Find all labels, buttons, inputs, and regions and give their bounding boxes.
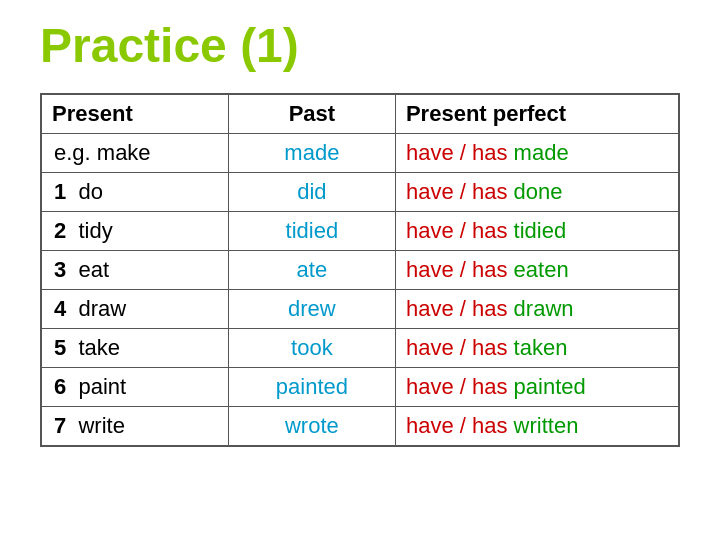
perfect-word: tidied <box>514 218 567 243</box>
perfect-cell: have / has eaten <box>395 251 679 290</box>
present-cell: 2 tidy <box>41 212 228 251</box>
have-has-text: have / has <box>406 179 508 204</box>
perfect-cell: have / has made <box>395 134 679 173</box>
perfect-word: done <box>514 179 563 204</box>
row-number: 7 <box>54 413 66 438</box>
past-cell: ate <box>228 251 395 290</box>
past-cell: drew <box>228 290 395 329</box>
perfect-word: drawn <box>514 296 574 321</box>
present-cell: 3 eat <box>41 251 228 290</box>
row-number: 1 <box>54 179 66 204</box>
past-cell: tidied <box>228 212 395 251</box>
present-word: do <box>78 179 102 204</box>
table-row: 3 eatatehave / has eaten <box>41 251 679 290</box>
perfect-word: written <box>514 413 579 438</box>
past-cell: did <box>228 173 395 212</box>
present-cell: 5 take <box>41 329 228 368</box>
present-word: paint <box>78 374 126 399</box>
row-number: 6 <box>54 374 66 399</box>
table-container: Present Past Present perfect e.g. makema… <box>0 83 720 457</box>
perfect-cell: have / has tidied <box>395 212 679 251</box>
header-present: Present <box>41 94 228 134</box>
present-word: write <box>78 413 124 438</box>
table-row: 6 paintpaintedhave / has painted <box>41 368 679 407</box>
perfect-cell: have / has painted <box>395 368 679 407</box>
present-cell: 1 do <box>41 173 228 212</box>
perfect-cell: have / has drawn <box>395 290 679 329</box>
table-row: 4 drawdrewhave / has drawn <box>41 290 679 329</box>
have-has-text: have / has <box>406 257 508 282</box>
present-word: eat <box>78 257 109 282</box>
page-title: Practice (1) <box>0 0 720 83</box>
have-has-text: have / has <box>406 296 508 321</box>
present-word: take <box>78 335 120 360</box>
row-number: 5 <box>54 335 66 360</box>
perfect-word: painted <box>514 374 586 399</box>
have-has-text: have / has <box>406 413 508 438</box>
row-number: 4 <box>54 296 66 321</box>
past-cell: took <box>228 329 395 368</box>
have-has-text: have / has <box>406 218 508 243</box>
present-word: draw <box>78 296 126 321</box>
present-word: e.g. make <box>54 140 151 165</box>
present-cell: e.g. make <box>41 134 228 173</box>
table-row: e.g. makemadehave / has made <box>41 134 679 173</box>
table-row: 7 writewrotehave / has written <box>41 407 679 447</box>
perfect-cell: have / has done <box>395 173 679 212</box>
table-header-row: Present Past Present perfect <box>41 94 679 134</box>
header-past: Past <box>228 94 395 134</box>
row-number: 3 <box>54 257 66 282</box>
have-has-text: have / has <box>406 374 508 399</box>
have-has-text: have / has <box>406 335 508 360</box>
past-cell: made <box>228 134 395 173</box>
perfect-cell: have / has taken <box>395 329 679 368</box>
perfect-word: made <box>514 140 569 165</box>
past-cell: painted <box>228 368 395 407</box>
present-cell: 6 paint <box>41 368 228 407</box>
table-row: 5 taketookhave / has taken <box>41 329 679 368</box>
past-cell: wrote <box>228 407 395 447</box>
perfect-word: eaten <box>514 257 569 282</box>
present-word: tidy <box>78 218 112 243</box>
practice-table: Present Past Present perfect e.g. makema… <box>40 93 680 447</box>
row-number: 2 <box>54 218 66 243</box>
table-row: 2 tidytidiedhave / has tidied <box>41 212 679 251</box>
table-row: 1 dodidhave / has done <box>41 173 679 212</box>
present-cell: 4 draw <box>41 290 228 329</box>
have-has-text: have / has <box>406 140 508 165</box>
perfect-word: taken <box>514 335 568 360</box>
header-perfect: Present perfect <box>395 94 679 134</box>
present-cell: 7 write <box>41 407 228 447</box>
perfect-cell: have / has written <box>395 407 679 447</box>
